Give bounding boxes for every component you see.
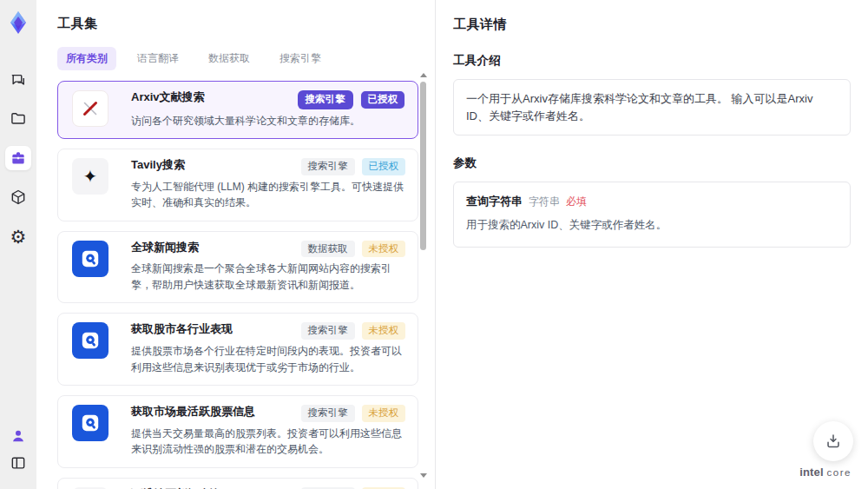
user-icon: [10, 427, 27, 445]
parameter-box: 查询字符串 字符串 必填 用于搜索的Arxiv ID、关键字或作者姓名。: [453, 182, 851, 248]
arxiv-logo-icon: [72, 90, 108, 127]
category-badge: 搜索引擎: [301, 405, 355, 422]
tool-card-header: 全球新闻搜索 数据获取 未授权: [131, 241, 405, 258]
app-screen: ⚙ 工具集 所有类别 语言翻译 数据获取 搜索引擎: [0, 0, 868, 489]
stock-sector-performance-icon: [72, 322, 108, 359]
sidebar-bottom: [5, 424, 31, 475]
tool-details-panel: 工具详情 工具介绍 一个用于从Arxiv存储库搜索科学论文和文章的工具。 输入可…: [435, 0, 868, 489]
parameter-description: 用于搜索的Arxiv ID、关键字或作者姓名。: [466, 217, 838, 234]
tab-all-categories[interactable]: 所有类别: [57, 47, 116, 70]
folder-icon: [10, 110, 27, 128]
category-badge: 搜索引擎: [301, 322, 355, 340]
scrollbar-thumb[interactable]: [420, 82, 426, 250]
tool-card-header: Arxiv文献搜索 搜索引擎 已授权: [131, 90, 405, 109]
tavily-star-icon: ✦: [72, 158, 108, 195]
sidebar-item-tools[interactable]: [5, 146, 31, 170]
tool-card-title: Tavily搜索: [131, 158, 185, 173]
briefcase-icon: [10, 149, 27, 167]
sidebar-item-models[interactable]: [5, 185, 31, 209]
diamond-logo-icon: [5, 10, 31, 36]
params-heading: 参数: [453, 155, 851, 171]
parameter-header: 查询字符串 字符串 必填: [466, 194, 838, 209]
tool-card-badges: 搜索引擎 未授权: [294, 405, 406, 422]
tool-card-title: 获取市场最活跃股票信息: [131, 405, 255, 420]
sidebar-item-chat[interactable]: [5, 68, 31, 92]
auth-status-badge: 已授权: [362, 158, 406, 175]
tab-language-translation[interactable]: 语言翻译: [128, 47, 187, 70]
auth-status-badge: 未授权: [362, 322, 406, 340]
tab-data-fetch[interactable]: 数据获取: [200, 47, 259, 70]
tool-intro-box: 一个用于从Arxiv存储库搜索科学论文和文章的工具。 输入可以是Arxiv ID…: [453, 79, 851, 135]
tool-card-header: 获取市场最活跃股票信息 搜索引擎 未授权: [131, 405, 405, 422]
category-tabs: 所有类别 语言翻译 数据获取 搜索引擎: [57, 47, 435, 70]
tool-card-body: Arxiv文献搜索 搜索引擎 已授权 访问各个研究领域大量科学论文和文章的存储库…: [131, 90, 405, 129]
tool-card-title: Arxiv文献搜索: [131, 90, 205, 105]
panel-toggle-icon: [10, 454, 27, 472]
sidebar-item-files[interactable]: [5, 107, 31, 131]
intel-wordmark: intel: [799, 466, 824, 479]
tool-card-body: 获取股市各行业表现 搜索引擎 未授权 提供股票市场各个行业在特定时间段内的表现。…: [131, 322, 405, 375]
sidebar-nav: ⚙: [5, 68, 31, 248]
active-stocks-icon: [72, 405, 108, 441]
tools-panel: 工具集 所有类别 语言翻译 数据获取 搜索引擎 Arxiv文献搜索 搜索引擎 已…: [36, 0, 435, 489]
core-wordmark: core: [826, 467, 851, 478]
tool-card-badges: 搜索引擎 已授权: [291, 90, 406, 109]
scrollbar-down-arrow[interactable]: [420, 473, 427, 478]
tool-card-badges: 搜索引擎 未授权: [294, 322, 406, 340]
download-icon: [824, 432, 843, 451]
tool-intro-text: 一个用于从Arxiv存储库搜索科学论文和文章的工具。 输入可以是Arxiv ID…: [466, 92, 812, 122]
download-button[interactable]: [813, 421, 853, 461]
tool-card-description: 提供股票市场各个行业在特定时间段内的表现。投资者可以利用这些信息来识别表现优于或…: [131, 343, 405, 375]
tool-card-header: Tavily搜索 搜索引擎 已授权: [131, 158, 405, 175]
tool-card-badges: 搜索引擎 已授权: [294, 158, 406, 175]
tool-card-body: 获取市场最活跃股票信息 搜索引擎 未授权 提供当天交易量最高的股票列表。投资者可…: [131, 405, 405, 458]
tool-card-header: 获取股市各行业表现 搜索引擎 未授权: [131, 322, 405, 340]
global-news-search-icon: [72, 241, 108, 277]
tool-card-description: 访问各个研究领域大量科学论文和文章的存储库。: [131, 113, 405, 129]
app-logo[interactable]: [3, 7, 34, 38]
auth-status-badge: 未授权: [362, 241, 406, 258]
list-scrollbar[interactable]: [419, 73, 427, 478]
tool-card-list: Arxiv文献搜索 搜索引擎 已授权 访问各个研究领域大量科学论文和文章的存储库…: [57, 81, 418, 489]
chat-icon: [10, 71, 27, 89]
intel-core-logo: intel core: [793, 466, 858, 479]
parameter-name: 查询字符串: [466, 194, 523, 209]
intro-heading: 工具介绍: [453, 53, 851, 69]
tool-card[interactable]: ✦ Tavily搜索 搜索引擎 已授权 专为人工智能代理 (LLM) 构建的搜索…: [57, 149, 418, 221]
tool-card[interactable]: Arxiv文献搜索 搜索引擎 已授权 访问各个研究领域大量科学论文和文章的存储库…: [57, 81, 418, 139]
auth-status-badge: 已授权: [360, 90, 406, 109]
tool-card-title: 获取股市各行业表现: [131, 322, 233, 337]
sidebar-item-account[interactable]: [5, 424, 31, 448]
cube-icon: [10, 188, 27, 206]
sidebar-item-settings[interactable]: ⚙: [5, 224, 31, 248]
auth-status-badge: 未授权: [362, 405, 406, 422]
category-badge: 搜索引擎: [298, 90, 353, 109]
tool-card-description: 提供当天交易量最高的股票列表。投资者可以利用这些信息来识别流动性强的股票和潜在的…: [131, 426, 405, 458]
tool-card[interactable]: 全球新闻搜索 数据获取 未授权 全球新闻搜索是一个聚合全球各大新闻网站内容的搜索…: [57, 231, 418, 304]
tool-card-description: 全球新闻搜索是一个聚合全球各大新闻网站内容的搜索引擎，帮助用户快速获取全球最新资…: [131, 261, 405, 293]
tool-card-title: 全球新闻搜索: [131, 241, 199, 255]
gear-icon: ⚙: [10, 228, 27, 246]
tool-card-body: Tavily搜索 搜索引擎 已授权 专为人工智能代理 (LLM) 构建的搜索引擎…: [131, 158, 405, 211]
tool-card-badges: 数据获取 未授权: [294, 241, 406, 258]
sidebar-item-collapse[interactable]: [5, 451, 31, 475]
page-title: 工具集: [57, 16, 435, 32]
parameter-type: 字符串: [529, 195, 560, 209]
tool-card[interactable]: 获取市场最活跃股票信息 搜索引擎 未授权 提供当天交易量最高的股票列表。投资者可…: [57, 395, 418, 468]
tool-card-description: 专为人工智能代理 (LLM) 构建的搜索引擎工具。可快速提供实时、准确和真实的结…: [131, 179, 405, 211]
tool-card[interactable]: 万维地区新闻查询 搜索引擎 未授权 查询具体行政区划内的新闻，快速了解各地新闻动: [57, 478, 418, 489]
tool-card-body: 全球新闻搜索 数据获取 未授权 全球新闻搜索是一个聚合全球各大新闻网站内容的搜索…: [131, 241, 405, 294]
category-badge: 搜索引擎: [301, 158, 355, 175]
left-sidebar: ⚙: [0, 0, 36, 489]
required-badge: 必填: [566, 195, 587, 209]
scrollbar-up-arrow[interactable]: [420, 73, 427, 77]
category-badge: 数据获取: [301, 241, 355, 258]
tool-card[interactable]: 获取股市各行业表现 搜索引擎 未授权 提供股票市场各个行业在特定时间段内的表现。…: [57, 313, 418, 386]
details-title: 工具详情: [453, 17, 851, 33]
tab-search-engine[interactable]: 搜索引擎: [271, 47, 330, 70]
